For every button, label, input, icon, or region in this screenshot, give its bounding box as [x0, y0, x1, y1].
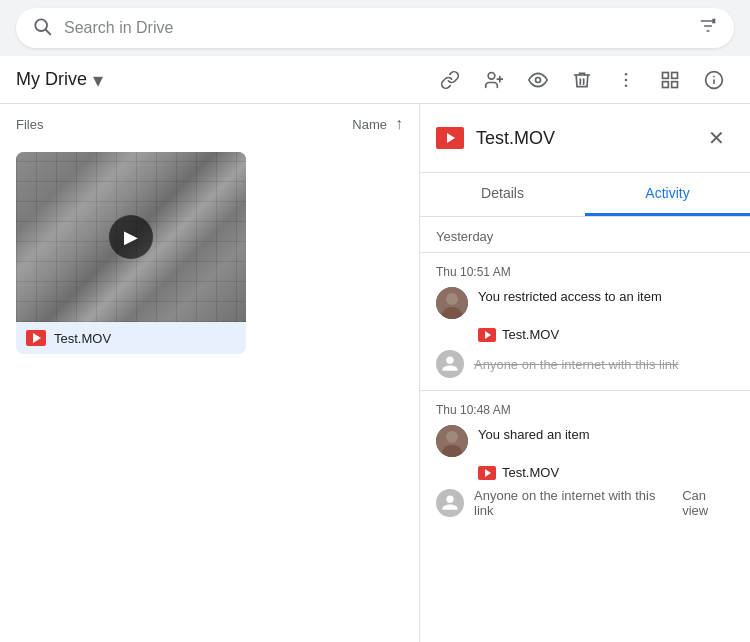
file-grid: ▶ Test.MOV [0, 144, 419, 365]
delete-button[interactable] [562, 60, 602, 100]
tab-details[interactable]: Details [420, 173, 585, 216]
activity-file-icon-2 [478, 466, 496, 480]
activity-file-name-2: Test.MOV [502, 465, 559, 480]
activity-section: Yesterday Thu 10:51 AM [420, 217, 750, 530]
avatar-anyone-1 [436, 350, 464, 378]
drive-title: My Drive ▾ [16, 68, 426, 92]
avatar-anyone-2 [436, 489, 464, 517]
add-person-button[interactable] [474, 60, 514, 100]
detail-file-type-icon [436, 127, 464, 149]
activity-text-1: You restricted access to an item [478, 287, 662, 307]
detail-panel: Test.MOV ✕ Details Activity Yesterday Th… [420, 104, 750, 642]
activity-text-2: You shared an item [478, 425, 590, 445]
file-name-label: Test.MOV [54, 331, 111, 346]
drive-title-text: My Drive [16, 69, 87, 90]
search-placeholder-text: Search in Drive [64, 19, 686, 37]
activity-file-icon-1 [478, 328, 496, 342]
filter-icon[interactable] [698, 16, 718, 41]
activity-date-header: Yesterday [420, 217, 750, 252]
file-item[interactable]: ▶ Test.MOV [16, 152, 246, 354]
preview-button[interactable] [518, 60, 558, 100]
svg-rect-16 [663, 81, 669, 87]
svg-point-13 [625, 84, 628, 87]
svg-rect-15 [672, 72, 678, 78]
svg-line-1 [46, 29, 51, 34]
activity-you-label-2: You [478, 427, 500, 442]
activity-entry-1: Thu 10:51 AM You restric [420, 252, 750, 390]
files-label: Files [16, 117, 43, 132]
files-panel: Files Name ↑ ▶ Test.MOV [0, 104, 420, 642]
activity-anyone-label-1: Anyone on the internet with this link [474, 357, 679, 372]
files-header: Files Name ↑ [0, 104, 419, 144]
close-button[interactable]: ✕ [698, 120, 734, 156]
tab-activity[interactable]: Activity [585, 173, 750, 216]
svg-point-11 [625, 72, 628, 75]
detail-title: Test.MOV [476, 128, 686, 149]
main-content: Files Name ↑ ▶ Test.MOV Test.MOV ✕ [0, 104, 750, 642]
detail-header: Test.MOV ✕ [420, 104, 750, 173]
activity-time-2: Thu 10:48 AM [436, 403, 734, 417]
toolbar: My Drive ▾ [0, 56, 750, 104]
activity-row-1: You restricted access to an item [436, 287, 734, 319]
grid-view-button[interactable] [650, 60, 690, 100]
activity-you-label-1: You [478, 289, 500, 304]
activity-share-row-1: Anyone on the internet with this link [436, 350, 734, 378]
avatar-image-1 [436, 287, 468, 319]
activity-file-name-1: Test.MOV [502, 327, 559, 342]
file-type-icon [26, 330, 46, 346]
avatar-user-1 [436, 287, 468, 319]
toolbar-actions [430, 60, 734, 100]
sort-label[interactable]: Name [352, 117, 387, 132]
svg-point-25 [446, 431, 458, 443]
activity-entry-2: Thu 10:48 AM You shared an item [420, 390, 750, 530]
detail-tabs: Details Activity [420, 173, 750, 217]
svg-rect-17 [672, 81, 678, 87]
more-options-button[interactable] [606, 60, 646, 100]
avatar-gray-icon-2 [436, 489, 464, 517]
avatar-user-2 [436, 425, 468, 457]
activity-sub-file-1: Test.MOV [478, 327, 734, 342]
activity-action-1: restricted access to an item [500, 289, 662, 304]
avatar-gray-icon-1 [436, 350, 464, 378]
avatar-image-2 [436, 425, 468, 457]
sort-direction: ↑ [395, 115, 403, 133]
file-info: Test.MOV [16, 322, 246, 354]
activity-row-2: You shared an item [436, 425, 734, 457]
activity-time-1: Thu 10:51 AM [436, 265, 734, 279]
svg-point-7 [488, 72, 495, 79]
activity-action-2: shared an item [500, 427, 590, 442]
svg-point-12 [625, 78, 628, 81]
search-bar[interactable]: Search in Drive [16, 8, 734, 48]
play-button-icon: ▶ [109, 215, 153, 259]
file-thumbnail: ▶ [16, 152, 246, 322]
chevron-down-icon[interactable]: ▾ [93, 68, 103, 92]
svg-point-10 [536, 77, 541, 82]
search-icon [32, 16, 52, 41]
activity-share-row-2: Anyone on the internet with this link Ca… [436, 488, 734, 518]
svg-rect-14 [663, 72, 669, 78]
header: Search in Drive [0, 0, 750, 56]
info-button[interactable] [694, 60, 734, 100]
svg-point-22 [446, 293, 458, 305]
activity-anyone-label-2: Anyone on the internet with this link [474, 488, 672, 518]
activity-sub-file-2: Test.MOV [478, 465, 734, 480]
share-permission-label: Can view [682, 488, 734, 518]
link-button[interactable] [430, 60, 470, 100]
